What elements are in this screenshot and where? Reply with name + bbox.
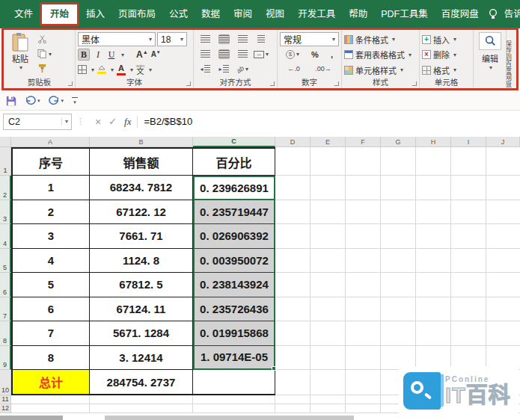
active-cell-c2[interactable]: 0. 239626891 [193, 176, 275, 200]
italic-button[interactable]: I [93, 49, 103, 61]
column-header-a[interactable]: A [11, 137, 90, 147]
column-header-h[interactable]: H [416, 137, 451, 147]
fill-handle[interactable] [272, 366, 276, 371]
cell-c12[interactable] [193, 404, 275, 413]
cell-b7[interactable]: 67124. 11 [90, 297, 193, 322]
row-header-9[interactable]: 9 [0, 346, 11, 371]
scrollbar-track[interactable] [105, 416, 354, 420]
wrap-text-button[interactable] [257, 35, 265, 43]
cell-b9[interactable]: 3. 12414 [90, 346, 193, 371]
formula-bar-divider[interactable]: ⋮ [76, 117, 85, 126]
grow-font-button[interactable]: A▲ [136, 49, 148, 60]
cell-b5[interactable]: 1124. 8 [90, 249, 193, 274]
increase-indent-button[interactable]: ▸ [218, 65, 228, 73]
editing-button[interactable]: 编辑 ▾ [476, 32, 504, 77]
row-header-3[interactable]: 3 [0, 200, 11, 225]
comma-style-button[interactable]: , [331, 50, 333, 59]
tab-tell-me[interactable]: 告诉我 [498, 0, 520, 28]
dialog-launcher-icon[interactable] [68, 81, 73, 86]
tab-review[interactable]: 审阅 [227, 0, 259, 28]
tab-pdf-tools[interactable]: PDF工具集 [374, 0, 435, 28]
font-color-button[interactable]: A [117, 64, 126, 75]
column-header-e[interactable]: E [311, 137, 346, 147]
row-header-8[interactable]: 8 [0, 321, 11, 346]
orientation-button[interactable]: ab▾ [236, 66, 248, 73]
cell-b3[interactable]: 67122. 12 [90, 200, 193, 225]
cell-b11[interactable] [90, 395, 193, 404]
conditional-formatting-button[interactable]: 条件格式▾ [344, 33, 417, 46]
cell-c1[interactable]: 百分比 [193, 147, 275, 176]
fill-color-button[interactable] [97, 65, 106, 74]
name-box[interactable]: C2 ▾ [3, 114, 72, 130]
cell-c6[interactable]: 0. 238143924 [193, 273, 275, 297]
row-header-10[interactable]: 10 [0, 370, 11, 395]
enter-button[interactable]: ✓ [108, 116, 117, 127]
cell-a5[interactable]: 4 [11, 249, 90, 274]
cell-b12[interactable] [90, 404, 193, 413]
column-header-f[interactable]: F [346, 137, 381, 147]
cell-a12[interactable] [11, 404, 90, 413]
align-left-button[interactable] [201, 50, 210, 58]
number-format-select[interactable]: 常规▾ [280, 32, 339, 46]
total-label-cell[interactable]: 总计 [11, 370, 90, 395]
tab-view[interactable]: 视图 [259, 0, 291, 28]
cell-b8[interactable]: 5671. 1284 [90, 321, 193, 346]
cell-b4[interactable]: 7661. 71 [90, 224, 193, 249]
decrease-decimal-button[interactable]: .00→ [315, 65, 331, 72]
cell-a6[interactable]: 5 [11, 273, 90, 297]
select-all-corner[interactable] [0, 137, 11, 147]
row-header-5[interactable]: 5 [0, 249, 11, 274]
cell-b1[interactable]: 销售额 [90, 147, 193, 176]
cancel-button[interactable]: × [95, 116, 101, 128]
accounting-format-button[interactable]: $▾ [286, 50, 299, 59]
tab-file[interactable]: 文件 [7, 0, 40, 28]
cell-c5[interactable]: 0. 003950072 [193, 249, 275, 274]
underline-button[interactable]: U [106, 49, 117, 61]
borders-icon[interactable] [78, 65, 87, 74]
tab-baidu-netdisk[interactable]: 百度网盘 [435, 0, 486, 28]
cell-c10[interactable] [193, 370, 275, 395]
font-size-select[interactable]: 18▾ [157, 32, 187, 46]
column-header-g[interactable]: G [381, 137, 416, 147]
dialog-launcher-icon[interactable] [186, 81, 191, 86]
cell-a1[interactable]: 序号 [11, 147, 90, 176]
format-cells-button[interactable]: 格式▾ [422, 64, 471, 76]
dialog-launcher-icon[interactable] [412, 81, 417, 86]
bold-button[interactable]: B [78, 49, 90, 61]
total-value-cell[interactable]: 284754. 2737 [90, 370, 193, 395]
horizontal-scrollbar[interactable] [0, 415, 520, 420]
merge-center-button[interactable]: ↔▾ [254, 51, 269, 58]
align-top-button[interactable] [201, 35, 210, 43]
column-header-c[interactable]: C [193, 137, 275, 147]
column-header-d[interactable]: D [275, 137, 311, 147]
align-right-button[interactable] [238, 50, 248, 58]
cell-a7[interactable]: 6 [11, 297, 90, 322]
decrease-indent-button[interactable]: ◂ [200, 65, 209, 73]
row-header-11[interactable]: 11 [0, 395, 11, 404]
row-header-12[interactable]: 12 [0, 404, 11, 413]
customize-qat-button[interactable]: ▾ [72, 97, 78, 105]
row-header-6[interactable]: 6 [0, 273, 11, 297]
column-header-i[interactable]: I [451, 137, 486, 147]
dialog-launcher-icon[interactable] [270, 81, 275, 86]
increase-decimal-button[interactable]: ←.0 [287, 65, 300, 72]
tab-formulas[interactable]: 公式 [162, 0, 195, 28]
cell-c11[interactable] [193, 395, 275, 404]
format-painter-button[interactable] [37, 63, 52, 74]
tab-page-layout[interactable]: 页面布局 [111, 0, 162, 28]
tab-insert[interactable]: 插入 [79, 0, 111, 28]
paste-button[interactable]: 粘贴 ▾ [6, 32, 34, 77]
insert-function-button[interactable]: fx [124, 116, 131, 128]
baidu-save-panel[interactable]: 保存到百度网盘 [507, 30, 513, 88]
cut-button[interactable] [37, 34, 52, 45]
delete-cells-button[interactable]: × 删除▾ [422, 49, 471, 61]
tab-home[interactable]: 开始 [40, 2, 79, 26]
align-center-button[interactable] [218, 49, 230, 59]
cell-c8[interactable]: 0. 019915868 [193, 321, 275, 346]
cell-c3[interactable]: 0. 235719447 [193, 200, 275, 225]
cell-b6[interactable]: 67812. 5 [90, 273, 193, 297]
cell-a3[interactable]: 2 [11, 200, 90, 225]
insert-cells-button[interactable]: + 插入▾ [422, 33, 471, 46]
font-name-select[interactable]: 黑体▾ [78, 32, 156, 46]
shrink-font-button[interactable]: A▼ [151, 50, 161, 58]
